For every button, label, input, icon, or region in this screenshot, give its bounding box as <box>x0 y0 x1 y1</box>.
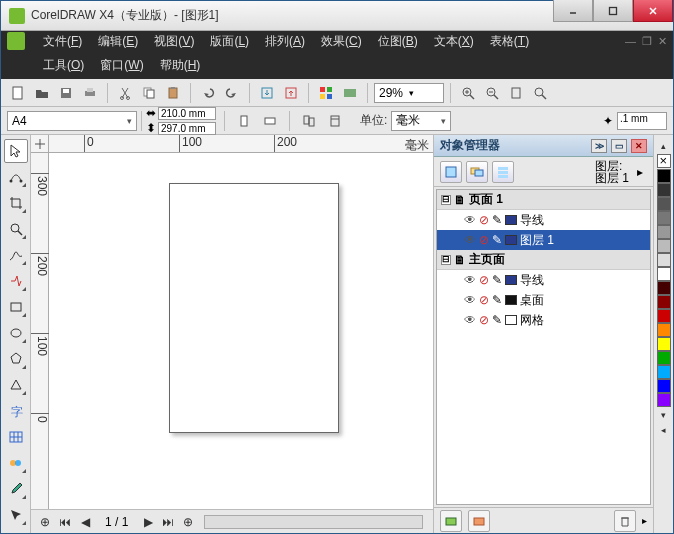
visible-icon[interactable]: 👁 <box>464 213 476 227</box>
ruler-origin[interactable] <box>31 135 49 153</box>
panel-menu-button[interactable]: ≫ <box>591 139 607 153</box>
tree-layer-row[interactable]: 👁⊘✎图层 1 <box>437 230 650 250</box>
copy-button[interactable] <box>138 82 160 104</box>
palette-flyout-button[interactable]: ◂ <box>661 425 666 435</box>
palette-up-button[interactable]: ▴ <box>661 141 666 151</box>
editable-icon[interactable]: ✎ <box>492 313 502 327</box>
zoom-fit-button[interactable] <box>529 82 551 104</box>
visible-icon[interactable]: 👁 <box>464 273 476 287</box>
layer-color-swatch[interactable] <box>505 235 517 245</box>
color-swatch[interactable] <box>657 351 671 365</box>
tree-layer-row[interactable]: 👁⊘✎桌面 <box>437 290 650 310</box>
save-button[interactable] <box>55 82 77 104</box>
add-page-icon[interactable]: ⊕ <box>37 514 53 530</box>
tree-layer-row[interactable]: 👁⊘✎导线 <box>437 210 650 230</box>
editable-icon[interactable]: ✎ <box>492 233 502 247</box>
color-swatch[interactable] <box>657 309 671 323</box>
menu-t[interactable]: 表格(T) <box>482 30 537 52</box>
tree-page-row[interactable]: ⊟🗎主页面 <box>437 250 650 270</box>
interactive-tool[interactable] <box>4 451 28 475</box>
portrait-button[interactable] <box>233 110 255 132</box>
printable-icon[interactable]: ⊘ <box>479 233 489 247</box>
redo-button[interactable] <box>221 82 243 104</box>
menu-o[interactable]: 工具(O) <box>35 53 92 78</box>
visible-icon[interactable]: 👁 <box>464 313 476 327</box>
color-swatch[interactable] <box>657 169 671 183</box>
no-color-swatch[interactable] <box>657 154 671 168</box>
color-swatch[interactable] <box>657 295 671 309</box>
delete-button[interactable] <box>614 510 636 532</box>
cut-button[interactable] <box>114 82 136 104</box>
table-tool[interactable] <box>4 425 28 449</box>
export-button[interactable] <box>280 82 302 104</box>
paste-button[interactable] <box>162 82 184 104</box>
color-swatch[interactable] <box>657 365 671 379</box>
mdi-minimize[interactable]: — <box>625 35 636 48</box>
new-master-layer-button[interactable] <box>468 510 490 532</box>
mdi-close[interactable]: ✕ <box>658 35 667 48</box>
nudge-input[interactable]: .1 mm <box>617 112 667 130</box>
welcome-button[interactable] <box>339 82 361 104</box>
panel-collapse-button[interactable]: ▭ <box>611 139 627 153</box>
zoom-combo[interactable]: 29%▾ <box>374 83 444 103</box>
new-button[interactable] <box>7 82 29 104</box>
mdi-restore[interactable]: ❐ <box>642 35 652 48</box>
ruler-vertical[interactable]: 3002001000 <box>31 153 49 509</box>
app-launcher-button[interactable] <box>315 82 337 104</box>
ruler-horizontal[interactable]: 0100200毫米 <box>49 135 433 153</box>
all-pages-button[interactable] <box>298 110 320 132</box>
expand-icon[interactable]: ⊟ <box>441 195 451 205</box>
printable-icon[interactable]: ⊘ <box>479 273 489 287</box>
menu-b[interactable]: 位图(B) <box>370 30 426 52</box>
layer-tree[interactable]: ⊟🗎页面 1👁⊘✎导线👁⊘✎图层 1⊟🗎主页面👁⊘✎导线👁⊘✎桌面👁⊘✎网格 <box>436 189 651 505</box>
color-swatch[interactable] <box>657 267 671 281</box>
menu-f[interactable]: 文件(F) <box>35 30 90 52</box>
layer-color-swatch[interactable] <box>505 295 517 305</box>
color-swatch[interactable] <box>657 253 671 267</box>
minimize-button[interactable] <box>553 0 593 22</box>
panel-title-bar[interactable]: 对象管理器 ≫ ▭ ✕ <box>434 135 653 157</box>
paper-size-combo[interactable]: A4▾ <box>7 111 137 131</box>
menu-x[interactable]: 文本(X) <box>426 30 482 52</box>
editable-icon[interactable]: ✎ <box>492 273 502 287</box>
color-swatch[interactable] <box>657 225 671 239</box>
crop-tool[interactable] <box>4 191 28 215</box>
tree-layer-row[interactable]: 👁⊘✎网格 <box>437 310 650 330</box>
layer-color-swatch[interactable] <box>505 215 517 225</box>
panel-close-button[interactable]: ✕ <box>631 139 647 153</box>
printable-icon[interactable]: ⊘ <box>479 213 489 227</box>
add-page-after-icon[interactable]: ⊕ <box>180 514 196 530</box>
editable-icon[interactable]: ✎ <box>492 293 502 307</box>
prev-page-button[interactable]: ◀ <box>77 514 93 530</box>
visible-icon[interactable]: 👁 <box>464 233 476 247</box>
current-page-button[interactable] <box>324 110 346 132</box>
palette-down-button[interactable]: ▾ <box>661 410 666 420</box>
freehand-tool[interactable] <box>4 243 28 267</box>
page-width-input[interactable]: 210.0 mm <box>158 107 216 120</box>
ellipse-tool[interactable] <box>4 321 28 345</box>
zoom-out-button[interactable] <box>481 82 503 104</box>
basic-shapes-tool[interactable] <box>4 373 28 397</box>
open-button[interactable] <box>31 82 53 104</box>
expand-icon[interactable]: ⊟ <box>441 255 451 265</box>
last-page-button[interactable]: ⏭ <box>160 514 176 530</box>
color-swatch[interactable] <box>657 323 671 337</box>
color-swatch[interactable] <box>657 239 671 253</box>
color-swatch[interactable] <box>657 281 671 295</box>
pick-tool[interactable] <box>4 139 28 163</box>
color-swatch[interactable] <box>657 183 671 197</box>
close-button[interactable] <box>633 0 673 22</box>
import-button[interactable] <box>256 82 278 104</box>
menu-w[interactable]: 窗口(W) <box>92 53 151 78</box>
menu-a[interactable]: 排列(A) <box>257 30 313 52</box>
color-swatch[interactable] <box>657 337 671 351</box>
menu-v[interactable]: 视图(V) <box>146 30 202 52</box>
menu-h[interactable]: 帮助(H) <box>152 53 209 78</box>
zoom-tool[interactable] <box>4 217 28 241</box>
new-layer-button[interactable] <box>440 510 462 532</box>
zoom-page-button[interactable] <box>505 82 527 104</box>
polygon-tool[interactable] <box>4 347 28 371</box>
edit-across-layers-button[interactable] <box>466 161 488 183</box>
print-button[interactable] <box>79 82 101 104</box>
color-swatch[interactable] <box>657 211 671 225</box>
